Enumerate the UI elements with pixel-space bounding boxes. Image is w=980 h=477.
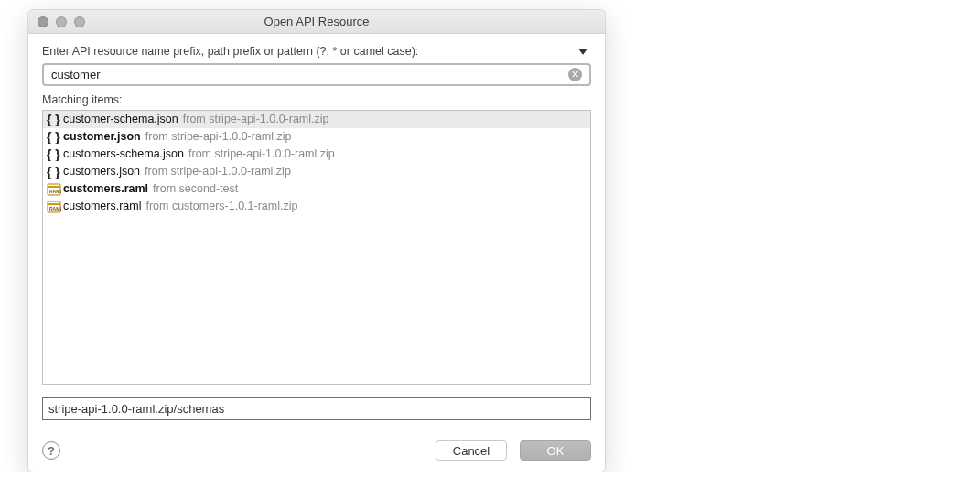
svg-text:{ }: { } [47,114,60,126]
json-file-icon: { } [47,166,61,179]
list-item[interactable]: RAMLcustomers.ramlfrom customers-1.0.1-r… [43,198,590,215]
svg-text:{ }: { } [47,131,60,144]
clear-search-icon[interactable]: ✕ [568,68,582,81]
cancel-button[interactable]: Cancel [436,440,507,461]
svg-text:{ }: { } [47,148,60,161]
file-name: customers.json [63,164,140,179]
svg-text:{ }: { } [47,166,60,179]
results-list[interactable]: { }customer-schema.jsonfrom stripe-api-1… [42,110,591,385]
list-item[interactable]: RAMLcustomers.ramlfrom second-test [43,180,590,198]
raml-file-icon: RAML [47,183,61,196]
dialog-footer: ? Cancel OK [42,437,591,461]
list-item[interactable]: { }customer.jsonfrom stripe-api-1.0.0-ra… [43,128,590,146]
search-field-wrapper[interactable]: ✕ [42,63,591,86]
svg-text:RAML: RAML [49,189,61,194]
matching-items-label: Matching items: [42,93,591,106]
json-file-icon: { } [47,148,61,161]
window-title: Open API Resource [28,15,605,28]
dialog-window: Open API Resource Enter API resource nam… [27,9,606,472]
file-source: from stripe-api-1.0.0-raml.zip [145,129,292,145]
file-name: customers-schema.json [63,146,184,162]
list-item[interactable]: { }customers.jsonfrom stripe-api-1.0.0-r… [43,163,590,180]
help-icon[interactable]: ? [42,441,60,460]
json-file-icon: { } [47,114,61,126]
svg-rect-8 [48,203,60,205]
ok-button[interactable]: OK [520,440,591,461]
file-source: from stripe-api-1.0.0-raml.zip [188,146,335,162]
selected-path-field[interactable]: stripe-api-1.0.0-raml.zip/schemas [42,397,591,420]
file-source: from stripe-api-1.0.0-raml.zip [145,164,291,179]
file-source: from stripe-api-1.0.0-raml.zip [183,112,329,127]
dropdown-arrow-icon[interactable] [578,49,587,55]
prompt-label: Enter API resource name prefix, path pre… [42,45,418,58]
titlebar: Open API Resource [28,10,605,34]
search-input[interactable] [51,68,568,81]
file-name: customer.json [63,129,141,145]
button-group: Cancel OK [436,440,591,461]
file-source: from customers-1.0.1-raml.zip [145,199,297,214]
raml-file-icon: RAML [47,201,61,213]
list-item[interactable]: { }customer-schema.jsonfrom stripe-api-1… [43,111,590,128]
json-file-icon: { } [47,131,61,144]
dialog-content: Enter API resource name prefix, path pre… [28,34,605,472]
file-name: customer-schema.json [63,112,178,127]
file-name: customers.raml [63,181,148,197]
file-name: customers.raml [63,199,141,214]
list-item[interactable]: { }customers-schema.jsonfrom stripe-api-… [43,146,590,163]
svg-text:RAML: RAML [49,206,61,211]
file-source: from second-test [153,181,238,197]
svg-rect-5 [48,186,60,188]
prompt-row: Enter API resource name prefix, path pre… [42,45,591,58]
